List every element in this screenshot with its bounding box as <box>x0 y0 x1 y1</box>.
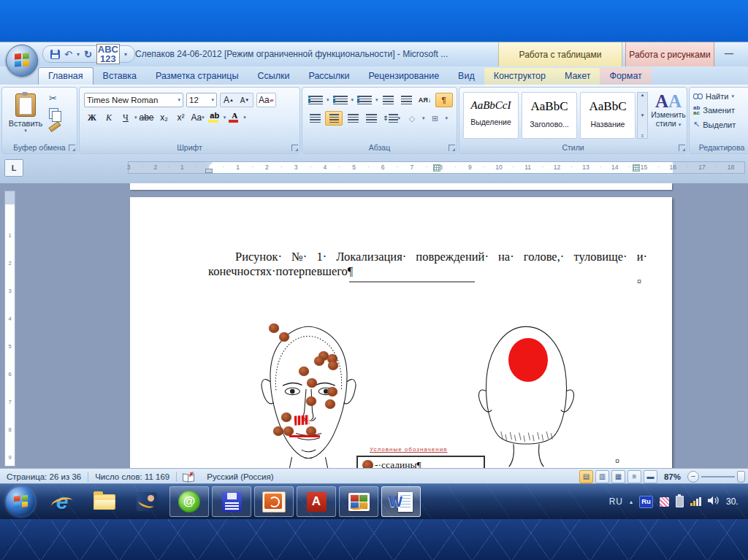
redo-icon[interactable]: ↻ <box>84 50 92 59</box>
spellcheck-icon[interactable] <box>183 473 194 481</box>
ribbon-tab[interactable]: Рассылки <box>299 68 359 85</box>
show-formatting-marks-button[interactable]: ¶ <box>435 93 453 107</box>
ribbon-tab[interactable]: Рецензирование <box>359 68 449 85</box>
undo-dropdown-icon[interactable]: ▾ <box>77 51 80 58</box>
word-count[interactable]: Число слов: 11 169 <box>88 472 176 481</box>
bullets-dropdown-icon[interactable]: ▾ <box>327 97 329 103</box>
align-right-button[interactable] <box>345 112 361 125</box>
justify-button[interactable] <box>363 112 379 125</box>
taskbar-photo-viewer-button[interactable] <box>339 486 378 517</box>
vertical-ruler[interactable]: 123456789 <box>4 191 15 467</box>
battery-icon[interactable] <box>676 496 684 507</box>
front-head-drawing[interactable] <box>230 322 387 468</box>
style-gallery-expand-icon[interactable]: ≡ <box>641 134 644 138</box>
paste-button[interactable]: Вставить ▾ <box>7 92 45 142</box>
borders-dropdown-icon[interactable]: ▾ <box>446 115 449 121</box>
table-column-marker[interactable] <box>433 164 440 172</box>
office-button[interactable] <box>6 45 38 77</box>
ribbon-tab[interactable]: Ссылки <box>248 68 299 85</box>
decrease-indent-button[interactable] <box>381 93 397 107</box>
minimize-button[interactable]: — <box>725 48 733 58</box>
print-layout-view-button[interactable]: ▤ <box>579 470 593 483</box>
taskbar-powerpoint-button[interactable] <box>254 486 294 517</box>
style-gallery-scrollbar[interactable]: ▲ ▼ ≡ <box>637 92 648 139</box>
shading-dropdown-icon[interactable]: ▾ <box>422 115 425 121</box>
draft-view-button[interactable]: ▬ <box>644 470 657 483</box>
table-column-marker[interactable] <box>633 164 640 172</box>
tray-language-badge[interactable]: Ru <box>639 496 653 508</box>
ribbon-tab[interactable]: Макет <box>555 68 600 85</box>
tray-app-icon[interactable] <box>660 497 669 507</box>
style-card[interactable]: AaBbCcIВыделение <box>463 92 519 139</box>
language-indicator[interactable]: Русский (Россия) <box>200 472 280 481</box>
find-button[interactable]: Найти ▾ <box>693 92 736 101</box>
fullscreen-reading-view-button[interactable]: ▥ <box>595 470 609 483</box>
select-button[interactable]: ↖Выделит <box>693 120 736 129</box>
style-scroll-down-icon[interactable]: ▼ <box>641 113 645 118</box>
tray-language-text[interactable]: RU <box>609 496 623 507</box>
font-size-combo[interactable]: 12▾ <box>186 93 217 107</box>
zoom-slider-track[interactable] <box>701 476 735 477</box>
customize-qat-icon[interactable]: ▾ <box>124 51 127 58</box>
font-dialog-launcher[interactable] <box>291 145 298 151</box>
undo-icon[interactable]: ↶ <box>64 50 72 59</box>
zoom-level[interactable]: 87% <box>660 472 685 481</box>
taskbar-qip-button[interactable]: @ <box>169 486 209 517</box>
speaker-icon[interactable] <box>708 495 720 508</box>
style-scroll-up-icon[interactable]: ▲ <box>641 93 645 97</box>
legend-box[interactable]: -·ссадины¶←·раны¶-·кровоизлияния¶ <box>356 456 485 468</box>
ribbon-tab[interactable]: Формат <box>600 68 651 85</box>
font-name-combo[interactable]: Times New Roman▾ <box>84 93 183 107</box>
taskbar-floppy-save-button[interactable] <box>212 486 251 517</box>
ribbon-tab[interactable]: Конструктор <box>484 68 555 85</box>
increase-indent-button[interactable] <box>399 93 415 107</box>
ribbon-tab[interactable]: Главная <box>38 67 94 85</box>
ribbon-tab[interactable]: Вставка <box>94 68 146 85</box>
taskbar-file-explorer-button[interactable] <box>85 486 124 517</box>
style-card[interactable]: AaBbCНазвание <box>580 92 636 139</box>
align-left-button[interactable] <box>307 112 323 125</box>
zoom-out-button[interactable]: − <box>687 471 699 483</box>
cut-icon[interactable]: ✂ <box>49 93 61 103</box>
clipboard-dialog-launcher[interactable] <box>69 145 75 151</box>
change-styles-button[interactable]: АА Изменить стили ▾ <box>651 92 686 128</box>
style-card[interactable]: AaBbCЗаголово... <box>522 92 577 139</box>
shrink-font-button[interactable]: A▼ <box>237 93 253 107</box>
font-color-button[interactable]: А <box>226 111 243 124</box>
underline-dropdown-icon[interactable]: ▾ <box>134 115 137 120</box>
shading-button[interactable]: ◇ <box>404 112 420 125</box>
strikethrough-button[interactable]: abe <box>138 111 156 124</box>
replace-button[interactable]: abacЗаменит <box>693 105 736 115</box>
highlight-button[interactable]: ab <box>207 111 223 124</box>
web-layout-view-button[interactable]: ▦ <box>611 470 625 483</box>
line-spacing-button[interactable]: ⇕▾ <box>381 112 402 125</box>
taskbar-adobe-reader-button[interactable]: A <box>297 486 336 517</box>
styles-dialog-launcher[interactable] <box>679 145 685 151</box>
tab-selector-button[interactable]: L <box>4 159 23 177</box>
grow-font-button[interactable]: A▲ <box>221 93 237 107</box>
change-case-button[interactable]: Aa▾ <box>190 111 206 124</box>
underline-button[interactable]: Ч <box>118 111 134 124</box>
save-icon[interactable] <box>50 50 60 59</box>
numbering-dropdown-icon[interactable]: ▾ <box>351 97 354 103</box>
ribbon-tab[interactable]: Разметка страницы <box>146 68 248 85</box>
paragraph-dialog-launcher[interactable] <box>449 145 455 151</box>
superscript-button[interactable]: x² <box>173 111 189 124</box>
copy-icon[interactable] <box>49 108 58 119</box>
multilevel-dropdown-icon[interactable]: ▾ <box>375 97 378 103</box>
zoom-slider-thumb[interactable] <box>737 471 745 483</box>
clear-formatting-button[interactable]: Aa▰ <box>256 93 276 107</box>
taskbar-word-button[interactable]: W <box>381 486 421 517</box>
ribbon-tab[interactable]: Вид <box>449 68 484 85</box>
font-color-dropdown-icon[interactable]: ▾ <box>243 115 246 120</box>
format-painter-icon[interactable] <box>48 121 61 132</box>
network-signal-icon[interactable] <box>690 497 701 506</box>
multilevel-list-button[interactable] <box>356 93 373 107</box>
horizontal-ruler[interactable]: 1·2·3·1·2·3·4·5·6·7·8·9·10·11·12·13·14·1… <box>128 161 745 174</box>
borders-button[interactable]: ⊞ <box>427 112 443 125</box>
align-center-button[interactable] <box>325 111 343 126</box>
tray-show-hidden-icons[interactable]: ▴ <box>630 499 633 505</box>
spelling-abc-icon[interactable]: ABC123 <box>96 44 120 64</box>
highlight-dropdown-icon[interactable]: ▾ <box>224 115 226 120</box>
paste-dropdown-icon[interactable]: ▾ <box>7 128 45 134</box>
